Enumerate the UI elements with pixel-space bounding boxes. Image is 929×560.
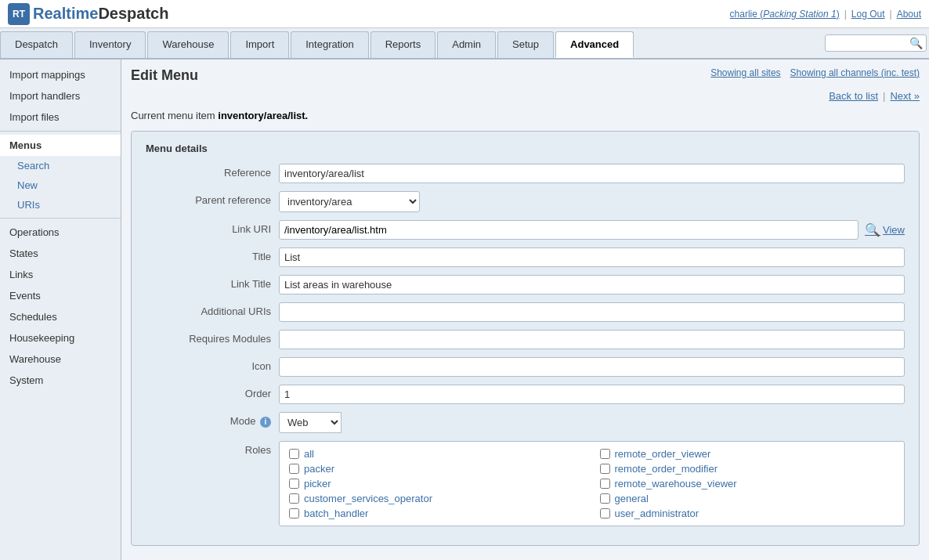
icon-row: Icon <box>146 357 905 377</box>
sidebar-item-import-files[interactable]: Import files <box>0 107 121 128</box>
role-label-batch_handler[interactable]: batch_handler <box>304 508 368 519</box>
requires-modules-input[interactable] <box>279 330 905 349</box>
sidebar-item-import-mappings[interactable]: Import mappings <box>0 64 121 85</box>
tab-warehouse[interactable]: Warehouse <box>147 31 229 58</box>
sidebar-item-import-handlers[interactable]: Import handlers <box>0 85 121 107</box>
role-label-remote_order_modifier[interactable]: remote_order_modifier <box>615 463 718 475</box>
title-input[interactable] <box>279 247 905 267</box>
mode-info-icon[interactable]: i <box>260 417 271 428</box>
parent-reference-control: inventory/area <box>279 191 905 212</box>
order-input[interactable] <box>279 385 905 404</box>
sidebar-item-links[interactable]: Links <box>0 264 121 285</box>
link-title-row: Link Title <box>146 275 905 294</box>
reference-label: Reference <box>146 164 271 179</box>
header-links: charlie (Packing Station 1) | Log Out | … <box>730 9 921 20</box>
sidebar-subitem-new[interactable]: New <box>0 175 121 195</box>
link-uri-input[interactable] <box>279 220 859 240</box>
role-label-user_administrator[interactable]: user_administrator <box>615 508 699 519</box>
role-label-remote_warehouse_viewer[interactable]: remote_warehouse_viewer <box>615 478 737 490</box>
tab-reports[interactable]: Reports <box>371 31 436 58</box>
role-label-all[interactable]: all <box>304 448 314 460</box>
roles-control: all remote_order_viewer packer remote_or… <box>279 441 905 526</box>
mode-label: Mode i <box>146 412 271 428</box>
icon-input[interactable] <box>279 357 905 377</box>
role-checkbox-remote_warehouse_viewer[interactable] <box>600 479 610 489</box>
tab-inventory[interactable]: Inventory <box>74 31 146 58</box>
link-title-input[interactable] <box>279 275 905 294</box>
next-link[interactable]: Next » <box>890 90 920 102</box>
tab-setup[interactable]: Setup <box>497 31 554 58</box>
role-checkbox-remote_order_viewer[interactable] <box>600 449 610 459</box>
role-item-remote_warehouse_viewer: remote_warehouse_viewer <box>600 478 895 490</box>
role-label-remote_order_viewer[interactable]: remote_order_viewer <box>615 448 711 460</box>
link-uri-control: 🔍 View <box>279 220 905 240</box>
sidebar-item-housekeeping[interactable]: Housekeeping <box>0 327 121 349</box>
reference-input[interactable] <box>279 164 905 183</box>
tab-import[interactable]: Import <box>230 31 289 58</box>
role-item-batch_handler: batch_handler <box>289 508 584 519</box>
sidebar-item-operations[interactable]: Operations <box>0 222 121 243</box>
role-checkbox-batch_handler[interactable] <box>289 508 299 518</box>
sidebar-subitem-uris[interactable]: URIs <box>0 195 121 215</box>
form-card: Menu details Reference Parent reference … <box>131 131 920 546</box>
logo-despatch: Despatch <box>98 5 168 22</box>
role-item-remote_order_modifier: remote_order_modifier <box>600 463 895 475</box>
sidebar-divider-2 <box>0 218 121 219</box>
role-checkbox-picker[interactable] <box>289 479 299 489</box>
role-checkbox-general[interactable] <box>600 493 610 504</box>
parent-reference-select[interactable]: inventory/area <box>279 191 420 212</box>
sidebar-item-menus[interactable]: Menus <box>0 135 121 156</box>
sidebar-subitem-search[interactable]: Search <box>0 156 121 175</box>
role-checkbox-user_administrator[interactable] <box>600 508 610 518</box>
role-checkbox-remote_order_modifier[interactable] <box>600 464 610 474</box>
back-next-bar: Back to list | Next » <box>131 90 920 102</box>
order-label: Order <box>146 385 271 399</box>
sidebar-item-states[interactable]: States <box>0 243 121 264</box>
link-uri-label: Link URI <box>146 220 271 235</box>
back-to-list-link[interactable]: Back to list <box>829 90 878 102</box>
sidebar-item-schedules[interactable]: Schedules <box>0 306 121 327</box>
showing-channels-link[interactable]: Showing all channels (inc. test) <box>790 67 920 78</box>
logo-realtime: Realtime <box>33 5 98 22</box>
view-link[interactable]: 🔍 View <box>865 222 905 237</box>
role-label-general[interactable]: general <box>615 493 649 504</box>
additional-uris-input[interactable] <box>279 302 905 322</box>
roles-box: all remote_order_viewer packer remote_or… <box>279 441 905 526</box>
role-checkbox-all[interactable] <box>289 449 299 459</box>
mode-select[interactable]: Web <box>279 412 342 433</box>
order-row: Order <box>146 385 905 404</box>
tab-advanced[interactable]: Advanced <box>555 31 634 58</box>
about-link[interactable]: About <box>897 9 921 20</box>
additional-uris-row: Additional URIs <box>146 302 905 322</box>
header: RT RealtimeDespatch charlie (Packing Sta… <box>0 0 929 28</box>
logo: RT RealtimeDespatch <box>8 3 168 25</box>
role-item-customer_services_operator: customer_services_operator <box>289 493 584 504</box>
tab-integration[interactable]: Integration <box>291 31 368 58</box>
additional-uris-label: Additional URIs <box>146 302 271 317</box>
page-header: Edit Menu Showing all sites Showing all … <box>131 67 920 84</box>
showing-sites-link[interactable]: Showing all sites <box>710 67 780 78</box>
role-checkbox-customer_services_operator[interactable] <box>289 493 299 504</box>
role-label-packer[interactable]: packer <box>304 463 334 475</box>
user-link[interactable]: charlie (Packing Station 1) <box>730 9 840 20</box>
tab-admin[interactable]: Admin <box>437 31 496 58</box>
role-checkbox-packer[interactable] <box>289 464 299 474</box>
requires-modules-control <box>279 330 905 349</box>
role-label-customer_services_operator[interactable]: customer_services_operator <box>304 493 432 504</box>
page-title: Edit Menu <box>131 67 198 84</box>
nav-bar: Despatch Inventory Warehouse Import Inte… <box>0 28 929 60</box>
sidebar: Import mappings Import handlers Import f… <box>0 60 121 560</box>
sidebar-divider-1 <box>0 131 121 132</box>
sidebar-item-warehouse[interactable]: Warehouse <box>0 349 121 370</box>
nav-search-icon[interactable]: 🔍 <box>909 37 923 49</box>
logout-link[interactable]: Log Out <box>851 9 885 20</box>
role-label-picker[interactable]: picker <box>304 478 331 490</box>
roles-label: Roles <box>146 441 271 456</box>
tab-despatch[interactable]: Despatch <box>0 31 73 58</box>
role-item-packer: packer <box>289 463 584 475</box>
link-title-control <box>279 275 905 294</box>
mode-control: Web <box>279 412 905 433</box>
sidebar-item-system[interactable]: System <box>0 370 121 391</box>
parent-reference-row: Parent reference inventory/area <box>146 191 905 212</box>
sidebar-item-events[interactable]: Events <box>0 285 121 306</box>
